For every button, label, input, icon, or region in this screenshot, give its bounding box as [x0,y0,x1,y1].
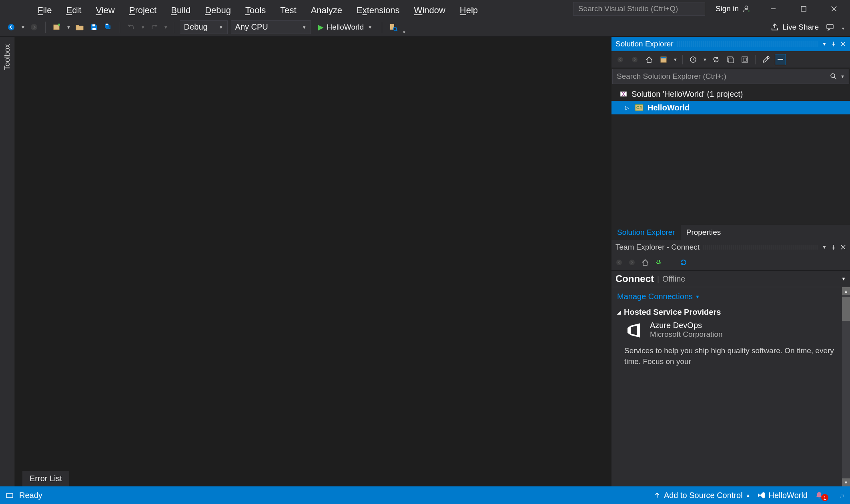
scroll-down-arrow[interactable]: ▼ [842,478,850,486]
save-all-button[interactable] [103,22,114,33]
menu-build[interactable]: Build [164,3,198,18]
scroll-thumb[interactable] [842,297,850,321]
solution-search-input[interactable]: Search Solution Explorer (Ctrl+;) ▼ [612,69,849,84]
minimize-button[interactable] [761,1,785,17]
resize-grip-icon[interactable] [838,492,844,498]
find-in-files-button[interactable] [388,22,399,33]
pin-icon[interactable] [831,244,836,250]
platform-dropdown[interactable]: Any CPU▼ [231,20,311,34]
menu-extensions[interactable]: Extensions [349,3,407,18]
notifications-button[interactable]: 1 [815,491,831,500]
project-node[interactable]: ▷ C# HelloWorld [611,101,850,114]
undo-button[interactable] [126,22,137,33]
se-properties-button[interactable] [760,54,772,65]
scroll-up-arrow[interactable]: ▲ [842,287,850,295]
close-panel-icon[interactable] [840,41,846,47]
redo-button[interactable] [148,22,160,33]
te-menu-dropdown[interactable]: ▼ [822,244,827,250]
menu-test[interactable]: Test [273,3,303,18]
config-value: Debug [184,22,208,32]
toolbox-tab[interactable]: Toolbox [2,41,12,74]
se-pending-dropdown[interactable]: ▼ [703,57,707,62]
nav-back-button[interactable] [6,22,17,33]
te-forward-button[interactable] [628,259,635,266]
svg-point-37 [629,260,635,265]
source-control-button[interactable]: Add to Source Control ▲ [654,491,750,500]
team-explorer-section-header[interactable]: Connect | Offline ▼ [611,270,850,287]
error-list-tab[interactable]: Error List [22,471,69,486]
live-share-button[interactable]: Live Share [770,23,819,32]
solution-node[interactable]: Solution 'HelloWorld' (1 project) [611,87,850,101]
menu-file[interactable]: File [30,3,59,18]
te-home-button[interactable] [641,258,649,266]
provider-description: Services to help you ship high quality s… [624,346,844,367]
title-bar: File Edit View Project Build Debug Tools… [0,0,850,18]
menu-help[interactable]: Help [453,3,485,18]
menu-edit[interactable]: Edit [59,3,88,18]
toolbar-overflow-right[interactable]: ▾ [842,26,844,31]
manage-connections-link[interactable]: Manage Connections ▼ [617,292,844,301]
se-collapse-all-button[interactable] [725,54,736,65]
status-project-button[interactable]: HelloWorld [758,491,808,500]
maximize-button[interactable] [792,1,816,17]
te-connect-button[interactable] [655,259,662,266]
nav-back-dropdown[interactable]: ▼ [21,25,25,30]
menu-window[interactable]: Window [407,3,453,18]
tab-solution-explorer[interactable]: Solution Explorer [611,225,681,240]
status-ready: Ready [19,491,42,500]
menu-tools[interactable]: Tools [238,3,273,18]
se-sync-button[interactable] [710,54,722,65]
redo-dropdown[interactable]: ▼ [164,25,168,30]
status-project-label: HelloWorld [769,491,808,500]
close-panel-icon[interactable] [840,244,846,250]
new-project-button[interactable] [51,22,62,33]
close-button[interactable] [822,1,846,17]
team-explorer-header[interactable]: Team Explorer - Connect ▼ [611,240,850,254]
svg-rect-15 [827,24,833,29]
panel-menu-dropdown[interactable]: ▼ [822,41,827,47]
toolbar-overflow[interactable]: ▾ [403,30,405,35]
te-back-button[interactable] [615,259,623,266]
pin-icon[interactable] [831,41,836,47]
se-pending-changes-button[interactable] [688,54,699,65]
csharp-project-icon: C# [635,104,644,111]
scrollbar-vertical[interactable]: ▲ ▼ [842,287,850,486]
tab-properties[interactable]: Properties [681,225,727,240]
expand-arrow-icon[interactable]: ▷ [625,105,631,111]
se-home-button[interactable] [644,54,655,65]
se-forward-button[interactable] [629,54,640,65]
global-search-input[interactable]: Search Visual Studio (Ctrl+Q) [573,2,705,16]
config-dropdown[interactable]: Debug▼ [180,20,228,34]
svg-point-6 [8,24,14,30]
search-options-dropdown[interactable]: ▼ [840,74,845,79]
svg-line-14 [396,30,397,31]
chevron-down-icon[interactable]: ▼ [841,276,846,282]
hosted-providers-header[interactable]: ◢ Hosted Service Providers [617,308,844,317]
sign-in-button[interactable]: Sign in [712,4,755,13]
live-share-label: Live Share [782,23,819,32]
menu-debug[interactable]: Debug [198,3,238,18]
se-back-button[interactable] [615,54,626,65]
hosted-providers-label: Hosted Service Providers [624,308,721,317]
feedback-button[interactable] [824,22,836,33]
se-switch-views-button[interactable] [658,54,669,65]
se-switch-views-dropdown[interactable]: ▼ [673,57,678,62]
undo-dropdown[interactable]: ▼ [141,25,145,30]
se-show-all-button[interactable] [739,54,750,65]
azure-devops-provider[interactable]: Azure DevOps Microsoft Corporation [624,321,844,340]
nav-forward-button[interactable] [28,22,40,33]
team-explorer-title: Team Explorer - Connect [615,243,700,252]
new-project-dropdown[interactable]: ▼ [66,25,71,30]
open-file-button[interactable] [74,22,85,33]
menu-analyze[interactable]: Analyze [304,3,349,18]
solution-explorer-header[interactable]: Solution Explorer ▼ [611,37,850,51]
start-debug-button[interactable]: ▶ HelloWorld ▼ [314,23,376,32]
menu-view[interactable]: View [88,3,122,18]
save-button[interactable] [88,22,100,33]
se-preview-button[interactable] [775,54,786,65]
te-refresh-button[interactable] [680,258,688,266]
solution-explorer-toolbar: ▼ ▼ [611,51,850,68]
solution-label: Solution 'HelloWorld' (1 project) [631,90,743,99]
upload-icon [654,492,661,499]
menu-project[interactable]: Project [122,3,164,18]
